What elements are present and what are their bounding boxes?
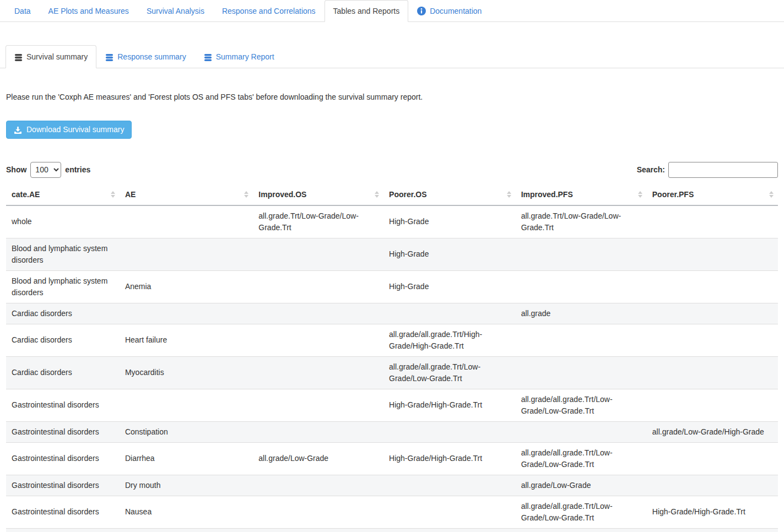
subtab-survival-summary-link[interactable]: Survival summary: [6, 45, 96, 68]
table-row[interactable]: Blood and lymphatic system disorders Hig…: [6, 238, 778, 270]
tab-ae-plots-link[interactable]: AE Plots and Measures: [40, 0, 138, 22]
subtab-survival-summary[interactable]: Survival summary: [6, 45, 96, 68]
table-row[interactable]: whole all.grade.Trt/Low-Grade/Low-Grade.…: [6, 205, 778, 238]
cell-improved-os: [253, 356, 383, 389]
column-header-cate-ae[interactable]: cate.AE: [6, 184, 120, 205]
cell-improved-pfs: all.grade: [516, 303, 647, 324]
cell-improved-os: [253, 303, 383, 324]
tab-label: Documentation: [430, 6, 482, 16]
tab-ae-plots-and-measures[interactable]: AE Plots and Measures: [40, 0, 138, 22]
table-row[interactable]: Gastrointestinal disorders Nausea all.gr…: [6, 496, 778, 528]
tab-label: AE Plots and Measures: [48, 6, 129, 16]
page-length-control: Show 100 entries: [6, 162, 90, 178]
cell-cate-ae: Blood and lymphatic system disorders: [6, 238, 120, 270]
cell-poorer-os: [383, 475, 516, 496]
cell-cate-ae: Cardiac disorders: [6, 356, 120, 389]
cell-ae: [120, 238, 253, 270]
cell-poorer-pfs: [647, 475, 778, 496]
sort-icon[interactable]: [507, 191, 511, 198]
table-row[interactable]: Cardiac disorders all.grade: [6, 303, 778, 324]
tab-documentation-link[interactable]: Documentation: [408, 0, 490, 22]
sort-icon[interactable]: [769, 191, 774, 198]
subtab-summary-report-link[interactable]: Summary Report: [195, 45, 283, 68]
search-input[interactable]: [668, 162, 778, 178]
tab-tables-and-reports[interactable]: Tables and Reports: [325, 0, 409, 22]
sort-icon[interactable]: [638, 191, 642, 198]
cell-improved-os: all.grade.Trt/Low-Grade/Low-Grade.Trt: [253, 205, 383, 238]
cell-improved-pfs: [516, 356, 647, 389]
column-header-improved-os[interactable]: Improved.OS: [253, 184, 383, 205]
cell-improved-os: [253, 496, 383, 528]
cell-improved-pfs: all.grade/all.grade.Trt/Low-Grade/Low-Gr…: [516, 389, 647, 421]
cell-cate-ae: Gastrointestinal disorders: [6, 442, 120, 475]
cell-ae: Myocarditis: [120, 356, 253, 389]
tab-survival-analysis[interactable]: Survival Analysis: [138, 0, 213, 22]
cell-poorer-pfs: [647, 389, 778, 421]
tab-survival-analysis-link[interactable]: Survival Analysis: [138, 0, 213, 22]
cell-cate-ae: whole: [6, 205, 120, 238]
column-header-label: Poorer.OS: [389, 190, 426, 199]
page-length-select[interactable]: 100: [30, 162, 61, 178]
table-row[interactable]: Cardiac disorders Heart failure all.grad…: [6, 324, 778, 356]
cell-improved-os: [253, 421, 383, 442]
table-row[interactable]: Gastrointestinal disorders High-Grade/Hi…: [6, 389, 778, 421]
table-row[interactable]: Cardiac disorders Myocarditis all.grade/…: [6, 356, 778, 389]
table-row[interactable]: Gastrointestinal disorders Vomiting High…: [6, 528, 778, 532]
tab-response-correlations-link[interactable]: Response and Correlations: [213, 0, 325, 22]
cell-ae: Vomiting: [120, 528, 253, 532]
cell-poorer-pfs: [647, 238, 778, 270]
table-row[interactable]: Blood and lymphatic system disorders Ane…: [6, 270, 778, 303]
column-header-label: Improved.PFS: [521, 190, 573, 199]
cell-cate-ae: Gastrointestinal disorders: [6, 528, 120, 532]
cell-cate-ae: Cardiac disorders: [6, 303, 120, 324]
column-header-poorer-os[interactable]: Poorer.OS: [383, 184, 516, 205]
cell-improved-os: [253, 270, 383, 303]
tab-label: Survival Analysis: [147, 6, 204, 16]
cell-ae: Dry mouth: [120, 475, 253, 496]
show-label: Show: [6, 165, 26, 174]
tab-data[interactable]: Data: [6, 0, 40, 22]
subtab-summary-report[interactable]: Summary Report: [195, 45, 283, 68]
search-control: Search:: [637, 162, 778, 178]
sort-icon[interactable]: [111, 191, 115, 198]
download-survival-summary-button[interactable]: Download Survival summary: [6, 121, 132, 139]
cell-poorer-os: all.grade/all.grade.Trt/Low-Grade/Low-Gr…: [383, 356, 516, 389]
cell-poorer-os: High-Grade/High-Grade.Trt: [383, 528, 516, 532]
sort-icon[interactable]: [375, 191, 379, 198]
cell-ae: Diarrhea: [120, 442, 253, 475]
tab-documentation[interactable]: Documentation: [408, 0, 490, 22]
cell-improved-os: [253, 238, 383, 270]
cell-poorer-os: [383, 496, 516, 528]
tab-tables-reports-link[interactable]: Tables and Reports: [325, 0, 409, 22]
subtab-response-summary-link[interactable]: Response summary: [96, 45, 195, 68]
survival-summary-table: cate.AE AE Improved.OS Poorer.OS Improve…: [6, 184, 778, 532]
cell-poorer-pfs: High-Grade: [647, 528, 778, 532]
cell-improved-pfs: all.grade/Low-Grade: [516, 475, 647, 496]
cell-cate-ae: Gastrointestinal disorders: [6, 475, 120, 496]
cell-ae: Heart failure: [120, 324, 253, 356]
column-header-label: AE: [125, 190, 136, 199]
cell-improved-os: [253, 324, 383, 356]
subtab-response-summary[interactable]: Response summary: [96, 45, 195, 68]
table-row[interactable]: Gastrointestinal disorders Diarrhea all.…: [6, 442, 778, 475]
cell-cate-ae: Blood and lymphatic system disorders: [6, 270, 120, 303]
database-icon: [105, 52, 113, 62]
tab-response-and-correlations[interactable]: Response and Correlations: [213, 0, 325, 22]
subtab-label: Survival summary: [26, 52, 88, 62]
table-row[interactable]: Gastrointestinal disorders Dry mouth all…: [6, 475, 778, 496]
column-header-ae[interactable]: AE: [120, 184, 253, 205]
cell-improved-os: [253, 528, 383, 532]
sort-icon[interactable]: [244, 191, 248, 198]
cell-poorer-os: High-Grade: [383, 205, 516, 238]
tab-data-link[interactable]: Data: [6, 0, 40, 22]
search-label: Search:: [637, 165, 665, 174]
table-row[interactable]: Gastrointestinal disorders Constipation …: [6, 421, 778, 442]
cell-improved-os: all.grade/Low-Grade: [253, 442, 383, 475]
column-header-improved-pfs[interactable]: Improved.PFS: [516, 184, 647, 205]
cell-poorer-pfs: [647, 356, 778, 389]
column-header-poorer-pfs[interactable]: Poorer.PFS: [647, 184, 778, 205]
cell-improved-pfs: all.grade/all.grade.Trt/Low-Grade/Low-Gr…: [516, 442, 647, 475]
cell-ae: [120, 303, 253, 324]
cell-poorer-os: [383, 421, 516, 442]
cell-ae: Anemia: [120, 270, 253, 303]
